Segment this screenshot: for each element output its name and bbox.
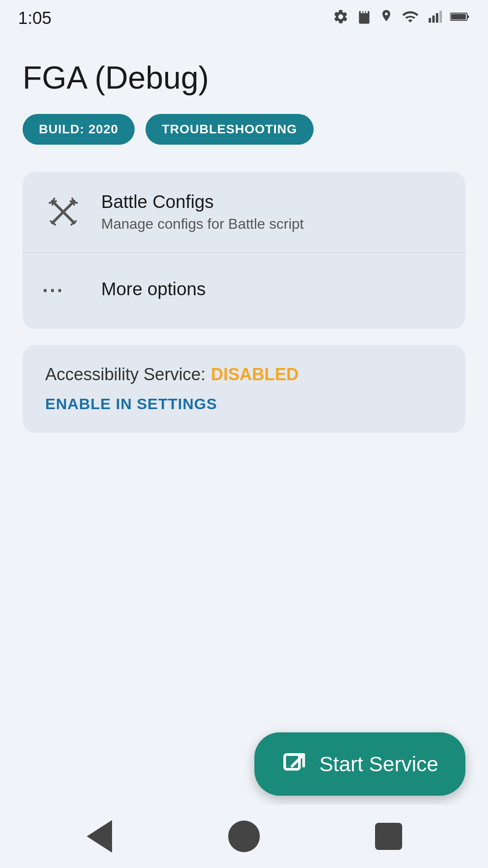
enable-settings-link[interactable]: ENABLE IN SETTINGS [45,395,217,412]
accessibility-label: Accessibility Service: [45,365,206,384]
fab-container: Start Service [254,732,465,796]
build-badge[interactable]: BUILD: 2020 [23,114,135,145]
svg-rect-4 [429,18,431,23]
wifi-icon [401,9,419,27]
status-icons [333,9,470,28]
accessibility-status: DISABLED [211,365,299,384]
status-time: 1:05 [18,9,52,28]
svg-rect-3 [366,9,368,13]
page-title: FGA (Debug) [23,60,465,96]
recent-button[interactable] [371,818,407,854]
more-options-title: More options [101,279,206,299]
navigation-bar [0,805,488,868]
swords-icon [45,194,81,230]
location-icon [380,9,393,28]
accessibility-status-row: Accessibility Service: DISABLED [45,365,443,384]
more-options-item[interactable]: ··· More options [23,253,465,329]
sd-card-icon [357,9,371,28]
more-options-text: More options [101,279,206,303]
start-service-button[interactable]: Start Service [254,732,465,796]
recent-icon [375,823,402,850]
dots-icon: ··· [45,273,81,309]
svg-line-20 [292,755,304,766]
svg-rect-9 [467,15,469,18]
back-icon [87,820,112,853]
battle-configs-item[interactable]: Battle Configs Manage configs for Battle… [23,172,465,253]
svg-rect-2 [363,9,365,13]
menu-card: Battle Configs Manage configs for Battle… [23,172,465,329]
svg-rect-6 [436,13,438,23]
battle-configs-text: Battle Configs Manage configs for Battle… [101,192,304,232]
signal-icon [427,9,442,28]
home-icon [228,821,260,852]
troubleshooting-badge[interactable]: TROUBLESHOOTING [145,114,314,145]
battle-configs-title: Battle Configs [101,192,304,212]
svg-rect-5 [432,15,435,23]
battle-configs-subtitle: Manage configs for Battle script [101,216,304,232]
badges-container: BUILD: 2020 TROUBLESHOOTING [23,114,465,145]
svg-rect-1 [361,9,362,13]
status-bar: 1:05 [0,0,488,33]
svg-rect-7 [440,10,442,23]
back-button[interactable] [81,818,117,854]
home-button[interactable] [226,818,262,854]
battery-icon [450,10,470,26]
accessibility-card: Accessibility Service: DISABLED ENABLE I… [23,345,465,433]
main-content: FGA (Debug) BUILD: 2020 TROUBLESHOOTING [0,33,488,433]
start-service-label: Start Service [319,752,438,776]
external-link-icon [282,751,307,777]
settings-icon [333,9,349,28]
svg-rect-10 [451,14,466,19]
